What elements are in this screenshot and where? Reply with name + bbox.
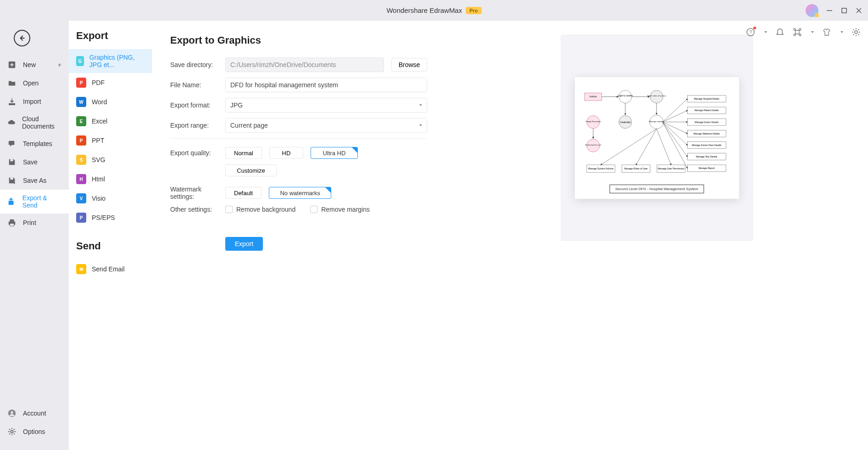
svg-text:Manage Test Details: Manage Test Details bbox=[696, 155, 718, 158]
cmd-icon[interactable] bbox=[793, 28, 802, 37]
format-item-excel[interactable]: EExcel bbox=[69, 112, 152, 131]
export-icon bbox=[7, 197, 16, 206]
svg-text:Manage Hospital Details: Manage Hospital Details bbox=[694, 97, 719, 100]
svg-rect-10 bbox=[9, 141, 15, 145]
mail-icon: ✉ bbox=[76, 264, 86, 274]
person-icon bbox=[7, 409, 17, 418]
file-icon: P bbox=[76, 78, 86, 88]
svg-text:?: ? bbox=[749, 29, 752, 35]
export-range-select[interactable]: Current page bbox=[225, 118, 427, 133]
svg-text:Manage Doctor Fees Details: Manage Doctor Fees Details bbox=[691, 143, 721, 146]
save-directory-input[interactable] bbox=[225, 57, 384, 72]
cmd-caret[interactable] bbox=[811, 31, 814, 33]
file-name-input[interactable] bbox=[225, 78, 427, 92]
svg-rect-12 bbox=[10, 178, 13, 180]
file-icon: P bbox=[76, 213, 86, 223]
watermark-no-watermarks[interactable]: No watermarks bbox=[269, 187, 331, 199]
cloud-icon bbox=[7, 118, 16, 127]
format-item-graphics[interactable]: GGraphics (PNG, JPG et... bbox=[69, 49, 152, 73]
maximize-button[interactable] bbox=[840, 7, 848, 14]
bell-icon[interactable] bbox=[775, 28, 785, 37]
chevron-down-icon bbox=[419, 104, 422, 106]
nav-item-save[interactable]: Save bbox=[0, 153, 69, 171]
svg-text:Check roles of access: Check roles of access bbox=[647, 94, 666, 96]
nav-item-account[interactable]: Account bbox=[0, 404, 69, 422]
quality-normal[interactable]: Normal bbox=[225, 147, 262, 159]
format-item-pseps[interactable]: PPS/EPS bbox=[69, 208, 152, 227]
watermark-label: Watermark settings: bbox=[170, 186, 225, 200]
browse-button[interactable]: Browse bbox=[391, 58, 427, 72]
format-item-word[interactable]: WWord bbox=[69, 92, 152, 112]
nav-item-cloud-documents[interactable]: Cloud Documents bbox=[0, 111, 69, 135]
nav-item-templates[interactable]: Templates bbox=[0, 135, 69, 153]
nav-item-new[interactable]: New+ bbox=[0, 56, 69, 74]
svg-point-18 bbox=[11, 411, 13, 414]
download-icon bbox=[7, 97, 17, 106]
nav-item-import[interactable]: Import bbox=[0, 92, 69, 111]
plus-square-icon bbox=[7, 60, 17, 69]
save-icon bbox=[7, 158, 17, 167]
top-toolbar: ? bbox=[746, 28, 861, 37]
file-icon: G bbox=[76, 56, 84, 66]
export-button[interactable]: Export bbox=[225, 237, 263, 251]
shirt-icon[interactable] bbox=[822, 28, 831, 37]
gear-icon[interactable] bbox=[851, 28, 861, 37]
format-item-svg[interactable]: SSVG bbox=[69, 150, 152, 169]
svg-line-53 bbox=[662, 122, 687, 145]
preview-column: Admin Login to system Check roles of acc… bbox=[464, 34, 850, 436]
svg-text:Admin: Admin bbox=[590, 95, 597, 98]
send-item-email[interactable]: ✉Send Email bbox=[69, 259, 152, 279]
svg-point-6 bbox=[855, 31, 857, 34]
back-button[interactable] bbox=[14, 30, 30, 46]
remove-background-checkbox[interactable]: Remove background bbox=[225, 206, 295, 213]
quality-hd[interactable]: HD bbox=[269, 147, 303, 159]
help-caret[interactable] bbox=[764, 31, 767, 33]
format-item-visio[interactable]: VVisio bbox=[69, 189, 152, 208]
format-item-html[interactable]: HHtml bbox=[69, 169, 152, 189]
svg-text:Manage Medicine Details: Manage Medicine Details bbox=[693, 132, 720, 135]
format-item-pdf[interactable]: PPDF bbox=[69, 73, 152, 92]
svg-rect-16 bbox=[10, 224, 14, 226]
other-label: Other settings: bbox=[170, 206, 225, 213]
svg-line-65 bbox=[636, 129, 657, 164]
app-title: Wondershare EdrawMax bbox=[386, 6, 462, 14]
svg-line-68 bbox=[657, 129, 671, 164]
file-icon: V bbox=[76, 193, 86, 203]
avatar[interactable] bbox=[806, 4, 818, 17]
chat-icon bbox=[7, 139, 17, 148]
nav-item-open[interactable]: Open bbox=[0, 74, 69, 92]
remove-margins-checkbox[interactable]: Remove margins bbox=[310, 206, 370, 213]
close-button[interactable] bbox=[855, 7, 862, 14]
save-directory-label: Save directory: bbox=[170, 61, 225, 68]
page-title: Export to Graphics bbox=[170, 34, 427, 46]
svg-line-44 bbox=[662, 110, 687, 122]
export-heading: Export bbox=[69, 30, 152, 49]
svg-text:Login to system: Login to system bbox=[618, 94, 633, 96]
folder-icon bbox=[7, 79, 17, 88]
plus-icon[interactable]: + bbox=[58, 61, 61, 68]
export-format-select[interactable]: JPG bbox=[225, 98, 427, 112]
file-icon: S bbox=[76, 155, 86, 165]
nav-item-export-send[interactable]: Export & Send bbox=[0, 190, 69, 214]
export-range-label: Export range: bbox=[170, 122, 225, 129]
file-icon: H bbox=[76, 174, 86, 184]
svg-text:Manage User Permission: Manage User Permission bbox=[658, 167, 684, 170]
svg-text:Manage System Admins: Manage System Admins bbox=[588, 167, 614, 170]
titlebar: Wondershare EdrawMax Pro bbox=[0, 0, 868, 21]
shirt-caret[interactable] bbox=[840, 31, 843, 33]
nav-item-save-as[interactable]: Save As bbox=[0, 171, 69, 190]
nav-item-print[interactable]: Print bbox=[0, 214, 69, 232]
quality-ultra-hd[interactable]: Ultra HD bbox=[311, 147, 358, 159]
format-item-ppt[interactable]: PPPT bbox=[69, 131, 152, 150]
content-area: Export to Graphics Save directory: Brows… bbox=[152, 21, 868, 450]
customize-button[interactable]: Customize bbox=[225, 164, 277, 176]
svg-rect-1 bbox=[842, 8, 846, 13]
export-quality-label: Export quality: bbox=[170, 149, 225, 157]
help-icon[interactable]: ? bbox=[746, 28, 755, 37]
minimize-button[interactable] bbox=[826, 7, 833, 14]
svg-text:Manage Doctor Details: Manage Doctor Details bbox=[695, 120, 719, 123]
nav-item-options[interactable]: Options bbox=[0, 422, 69, 441]
print-icon bbox=[7, 218, 17, 227]
watermark-default[interactable]: Default bbox=[225, 187, 262, 199]
svg-text:Manage Report: Manage Report bbox=[698, 167, 715, 169]
